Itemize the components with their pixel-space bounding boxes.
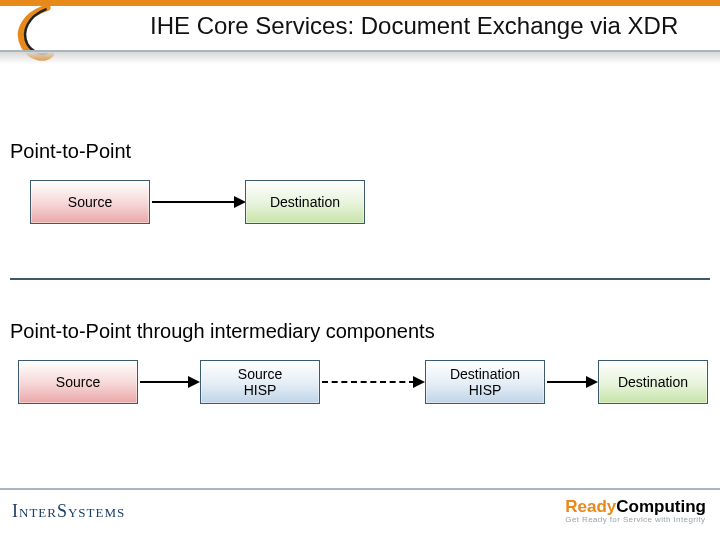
section-2-heading: Point-to-Point through intermediary comp…: [10, 320, 435, 343]
ready-computing-logo: ReadyComputing Get Ready for Service wit…: [565, 497, 706, 524]
ready-computing-tagline: Get Ready for Service with Integrity: [565, 515, 706, 524]
box-label: Destination HISP: [450, 366, 520, 398]
ready-word: Ready: [565, 497, 616, 516]
box-label: Source HISP: [238, 366, 282, 398]
header-accent-bar: [0, 0, 720, 6]
box-label: Source: [56, 374, 100, 390]
slide-title: IHE Core Services: Document Exchange via…: [150, 12, 678, 40]
arrow-right-icon: [188, 376, 200, 388]
ready-computing-name: ReadyComputing: [565, 497, 706, 517]
destination-hisp-node: Destination HISP: [425, 360, 545, 404]
connector: [547, 381, 588, 383]
section-divider: [10, 278, 710, 280]
box-label: Destination: [270, 194, 340, 210]
arrow-right-icon: [413, 376, 425, 388]
source-node: Source: [30, 180, 150, 224]
source-node: Source: [18, 360, 138, 404]
slide: IHE Core Services: Document Exchange via…: [0, 0, 720, 540]
destination-node: Destination: [245, 180, 365, 224]
footer-rule: [0, 488, 720, 490]
box-label: Source: [68, 194, 112, 210]
connector-dashed: [322, 381, 415, 383]
box-label: Destination: [618, 374, 688, 390]
destination-node: Destination: [598, 360, 708, 404]
connector: [152, 201, 236, 203]
header-shadow: [0, 52, 720, 64]
source-hisp-node: Source HISP: [200, 360, 320, 404]
section-1-heading: Point-to-Point: [10, 140, 131, 163]
connector: [140, 381, 190, 383]
intersystems-logo-text: InterSystems: [12, 501, 125, 522]
arrow-right-icon: [586, 376, 598, 388]
computing-word: Computing: [616, 497, 706, 516]
